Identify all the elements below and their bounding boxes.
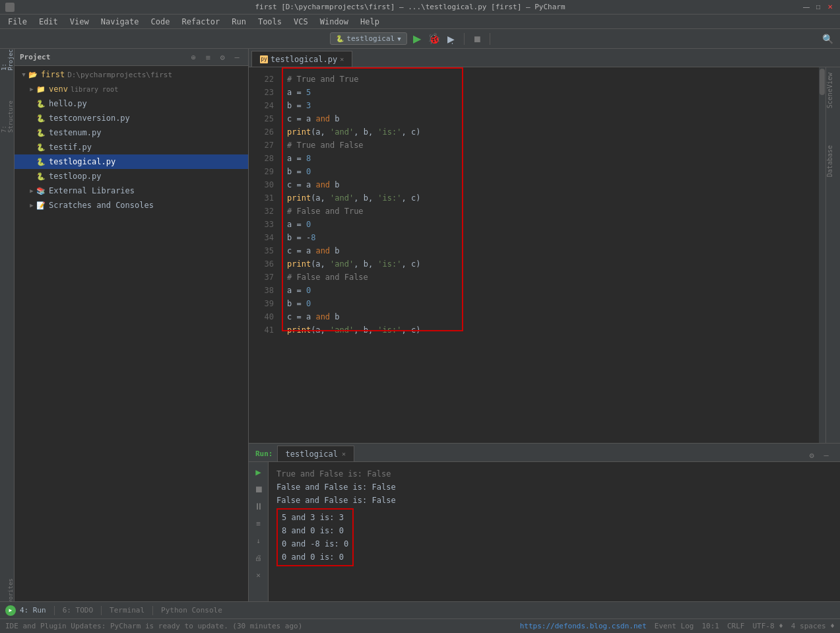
run-bottom-tab[interactable]: 4: Run — [20, 606, 46, 615]
tree-item-hello[interactable]: 🐍 hello.py — [15, 96, 248, 111]
file-tree: ▼ 📂 first D:\pycharmprojects\first ▶ 📁 v… — [15, 66, 248, 601]
run-print-btn[interactable]: 🖨 — [251, 550, 266, 565]
scratches-icon: 📝 — [36, 200, 46, 211]
status-event-log[interactable]: Event Log — [655, 622, 694, 630]
scene-view-panel[interactable]: SceneView — [826, 67, 840, 114]
menu-edit[interactable]: Edit — [34, 16, 63, 28]
ext-libs-icon: 📚 — [36, 185, 46, 196]
run-config-icon: 🐍 — [336, 35, 344, 42]
menu-file[interactable]: File — [3, 16, 32, 28]
editor-tab-bar: py testlogical.py ✕ — [249, 49, 840, 67]
run-pause-btn[interactable]: ⏸ — [251, 499, 266, 514]
terminal-bottom-tab[interactable]: Terminal — [104, 606, 150, 615]
tree-item-testconversion[interactable]: 🐍 testconversion.py — [15, 111, 248, 125]
tree-item-testenum[interactable]: 🐍 testenum.py — [15, 125, 248, 140]
toolbar-separator-2 — [490, 33, 490, 45]
close-button[interactable]: ✕ — [825, 3, 835, 12]
status-charset[interactable]: UTF-8 ♦ — [752, 622, 783, 630]
editor-tab-testlogical[interactable]: py testlogical.py ✕ — [251, 51, 352, 67]
bottom-tab-close[interactable]: ✕ — [342, 450, 346, 457]
project-panel-header: Project ⊕ ≡ ⚙ — — [15, 49, 248, 66]
bottom-minimize-btn[interactable]: — — [820, 450, 832, 461]
minimize-button[interactable]: — — [802, 3, 811, 12]
output-line-1: True and False is: False — [276, 467, 832, 481]
window-title: first [D:\pycharmprojects\first] – ...\t… — [18, 3, 802, 11]
run-again-btn[interactable]: ▶ — [251, 465, 266, 479]
status-indent[interactable]: 4 spaces ♦ — [791, 622, 835, 630]
right-panel-bar: SceneView Database — [825, 67, 840, 443]
left-tool-window-bar: 1: Project 7: Structure 2: Favorites — [0, 49, 15, 601]
stop-button[interactable]: ⏹ — [470, 32, 484, 46]
tree-arrow-scratches: ▶ — [28, 201, 36, 209]
output-line-h1: 5 and 3 is: 3 — [282, 511, 348, 524]
run-scroll-btn[interactable]: ↓ — [251, 533, 266, 548]
tree-item-venv[interactable]: ▶ 📁 venv library root — [15, 82, 248, 96]
structure-tool-icon[interactable]: 7: Structure — [1, 110, 14, 123]
coverage-button[interactable]: ▶̣ — [444, 32, 459, 46]
bottom-settings-btn[interactable]: ⚙ — [806, 450, 818, 461]
run-close-btn[interactable]: ✕ — [251, 568, 266, 582]
menu-code[interactable]: Code — [146, 16, 176, 28]
code-content[interactable]: # True and True a = 5 b = 3 c = a and b … — [282, 67, 819, 443]
menu-navigate[interactable]: Navigate — [96, 16, 145, 28]
run-status-btn[interactable]: ▶ — [5, 605, 16, 616]
toolbar-separator — [464, 33, 465, 45]
code-line-27: # True and False — [282, 139, 819, 152]
menu-vcs[interactable]: VCS — [288, 16, 313, 28]
status-crlf[interactable]: CRLF — [727, 622, 745, 630]
menu-window[interactable]: Window — [315, 16, 354, 28]
project-tool-icon[interactable]: 1: Project — [1, 51, 14, 65]
testlogical-filename: testlogical.py — [49, 157, 115, 166]
bottom-tab-testlogical[interactable]: testlogical ✕ — [277, 446, 355, 461]
bottom-sep-3 — [152, 606, 153, 615]
project-panel-hide-btn[interactable]: — — [231, 51, 243, 63]
run-dump-btn[interactable]: ≡ — [251, 516, 266, 531]
run-output: True and False is: False False and False… — [269, 462, 840, 601]
project-panel-settings-btn[interactable]: ⚙ — [216, 51, 228, 63]
tree-item-testloop[interactable]: 🐍 testloop.py — [15, 169, 248, 183]
venv-folder-icon: 📁 — [36, 84, 46, 94]
status-position[interactable]: 10:1 — [701, 622, 719, 630]
status-right: https://defonds.blog.csdn.net Event Log … — [520, 622, 835, 630]
tree-item-root[interactable]: ▼ 📂 first D:\pycharmprojects\first — [15, 67, 248, 82]
run-label-icon[interactable]: Run: — [251, 446, 277, 461]
tab-close-button[interactable]: ✕ — [340, 55, 344, 63]
menu-view[interactable]: View — [65, 16, 94, 28]
menu-help[interactable]: Help — [355, 16, 385, 28]
tree-item-testif[interactable]: 🐍 testif.py — [15, 140, 248, 154]
status-url[interactable]: https://defonds.blog.csdn.net — [520, 622, 647, 630]
menu-refactor[interactable]: Refactor — [176, 16, 225, 28]
tree-item-ext-libs[interactable]: ▶ 📚 External Libraries — [15, 183, 248, 198]
code-line-41: print(a, 'and', b, 'is:', c) — [282, 323, 819, 337]
editor-scrollbar[interactable] — [819, 67, 825, 443]
testenum-filename: testenum.py — [49, 128, 101, 137]
py-file-icon-6: 🐍 — [36, 171, 46, 182]
window-controls[interactable]: — □ ✕ — [802, 3, 835, 12]
debug-button[interactable]: 🐞 — [427, 32, 441, 46]
project-panel-locate-btn[interactable]: ⊕ — [187, 51, 199, 63]
bottom-panel: Run: testlogical ✕ ⚙ — ▶ ⏹ ⏸ — [249, 443, 840, 601]
favorites-tool-icon[interactable]: 2: Favorites — [1, 588, 14, 601]
search-everywhere-button[interactable]: 🔍 — [820, 32, 835, 46]
tab-file-icon: py — [260, 55, 268, 63]
run-button[interactable]: ▶ — [410, 32, 424, 46]
database-panel[interactable]: Database — [826, 140, 840, 182]
run-config-selector[interactable]: 🐍 testlogical ▼ — [330, 32, 406, 45]
tab-label: testlogical.py — [271, 55, 337, 64]
todo-bottom-tab[interactable]: 6: TODO — [57, 606, 98, 615]
testif-filename: testif.py — [49, 143, 92, 152]
editor-area: py testlogical.py ✕ 22 23 24 25 26 27 28… — [249, 49, 840, 601]
bottom-sep-1 — [54, 606, 55, 615]
tree-item-testlogical[interactable]: 🐍 testlogical.py — [15, 154, 248, 169]
code-editor[interactable]: 22 23 24 25 26 27 28 29 30 31 32 33 34 3… — [249, 67, 840, 443]
run-stop-btn[interactable]: ⏹ — [251, 482, 266, 496]
maximize-button[interactable]: □ — [814, 3, 823, 12]
project-panel-collapse-btn[interactable]: ≡ — [202, 51, 214, 63]
tree-item-scratches[interactable]: ▶ 📝 Scratches and Consoles — [15, 198, 248, 213]
menu-tools[interactable]: Tools — [253, 16, 287, 28]
bottom-tab-bar: Run: testlogical ✕ ⚙ — — [249, 444, 840, 462]
menu-run[interactable]: Run — [226, 16, 251, 28]
python-console-bottom-tab[interactable]: Python Console — [156, 606, 228, 615]
line-numbers: 22 23 24 25 26 27 28 29 30 31 32 33 34 3… — [249, 67, 282, 443]
code-line-40: c = a and b — [282, 310, 819, 323]
